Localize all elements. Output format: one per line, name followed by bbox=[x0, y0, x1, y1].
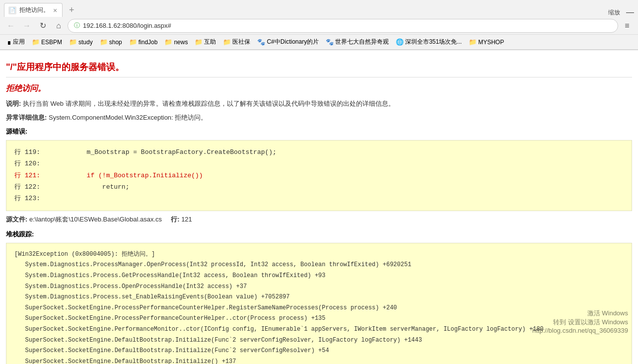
code-line-error: 行 121: if (!m_Bootstrap.Initialize()) bbox=[14, 170, 624, 181]
bookmark-label: findJob bbox=[139, 39, 158, 46]
tab-bar: 📄 拒绝访问。 × + 缩放 — bbox=[0, 0, 638, 17]
new-tab-button[interactable]: + bbox=[65, 3, 78, 17]
stack-line-7: SuperSocket.SocketEngine.ProcessPerforma… bbox=[14, 313, 624, 324]
bookmark-wonder[interactable]: 🐾 世界七大自然异奇观 bbox=[323, 37, 392, 47]
apps-bookmark[interactable]: ∎ 应用 bbox=[4, 37, 28, 47]
bookmark-label: MYSHOP bbox=[478, 39, 504, 46]
stack-trace-section: 堆栈跟踪: [Win32Exception (0x80004005): 拒绝访问… bbox=[6, 230, 632, 364]
stack-line-11: SuperSocket.SocketEngine.DefaultBootstra… bbox=[14, 357, 624, 364]
stack-block: [Win32Exception (0x80004005): 拒绝访问。] Sys… bbox=[6, 243, 632, 364]
folder-icon: 📁 bbox=[69, 38, 77, 46]
tab-favicon: 📄 bbox=[8, 6, 16, 14]
folder-icon: 📁 bbox=[32, 38, 40, 46]
paw-icon: 🐾 bbox=[257, 38, 265, 46]
bookmark-label: 世界七大自然异奇观 bbox=[335, 38, 389, 46]
bookmark-label: news bbox=[174, 39, 188, 46]
bookmark-csharp[interactable]: 🐾 C#中Dictionary的片 bbox=[254, 37, 322, 47]
folder-icon: 📁 bbox=[100, 38, 108, 46]
stack-line-9: SuperSocket.SocketEngine.DefaultBootstra… bbox=[14, 335, 624, 346]
stack-line-10: SuperSocket.SocketEngine.DefaultBootstra… bbox=[14, 346, 624, 357]
forward-button[interactable]: → bbox=[20, 19, 34, 33]
bookmark-esbpm[interactable]: 📁 ESBPM bbox=[29, 37, 65, 47]
code-line-2: 行 120: bbox=[14, 158, 624, 169]
stack-line-5: System.Diagnostics.Process.set_EnableRai… bbox=[14, 292, 624, 303]
paw-icon: 🐾 bbox=[326, 38, 334, 46]
source-file-path: e:\lantop\账套\10\ESWeb.Base\Global.asax.c… bbox=[29, 216, 162, 223]
bookmark-label: 互助 bbox=[204, 38, 216, 46]
source-line-number: 121 bbox=[181, 216, 192, 223]
bookmark-findjob[interactable]: 📁 findJob bbox=[126, 37, 161, 47]
bookmark-label: shop bbox=[109, 39, 122, 46]
source-line-label: 行: bbox=[171, 216, 179, 223]
description-text: 执行当前 Web 请求期间，出现未经处理的异常。请检查堆栈跟踪信息，以了解有关该… bbox=[23, 100, 395, 107]
browser-tab[interactable]: 📄 拒绝访问。 × bbox=[4, 3, 63, 17]
browser-menu-button[interactable]: ≡ bbox=[620, 19, 634, 33]
exception-label: 异常详细信息: bbox=[6, 114, 47, 121]
stack-line-8: SuperSocket.SocketEngine.PerformanceMoni… bbox=[14, 324, 624, 335]
stack-trace-label: 堆栈跟踪: bbox=[6, 230, 632, 239]
address-bar[interactable]: ⓘ 192.168.1.62:8080/login.aspx# bbox=[68, 19, 618, 33]
stack-line-1: [Win32Exception (0x80004005): 拒绝访问。] bbox=[14, 249, 624, 260]
exception-detail: 异常详细信息: System.ComponentModel.Win32Excep… bbox=[6, 113, 632, 122]
bookmark-huzhu[interactable]: 📁 互助 bbox=[192, 37, 219, 47]
bookmark-myshop[interactable]: 📁 MYSHOP bbox=[466, 37, 507, 47]
window-menu-label[interactable]: 缩放 bbox=[608, 8, 620, 17]
bookmark-yishe[interactable]: 📁 医社保 bbox=[220, 37, 253, 47]
page-content: "/"应用程序中的服务器错误。 拒绝访问。 说明: 执行当前 Web 请求期间，… bbox=[0, 50, 638, 364]
tab-close-button[interactable]: × bbox=[53, 7, 57, 14]
stack-line-2: System.Diagnostics.ProcessManager.OpenPr… bbox=[14, 260, 624, 271]
globe-icon: 🌐 bbox=[396, 38, 404, 46]
address-text: 192.168.1.62:8080/login.aspx# bbox=[83, 22, 612, 29]
bookmarks-bar: ∎ 应用 📁 ESBPM 📁 study 📁 shop 📁 findJob 📁 … bbox=[0, 35, 638, 50]
error-section: 拒绝访问。 说明: 执行当前 Web 请求期间，出现未经处理的异常。请检查堆栈跟… bbox=[6, 77, 632, 364]
bookmark-label: 深圳全市351场次免... bbox=[405, 38, 462, 46]
exception-text: System.ComponentModel.Win32Exception: 拒绝… bbox=[49, 114, 207, 121]
tab-title: 拒绝访问。 bbox=[19, 6, 49, 14]
stack-line-3: System.Diagnostics.Process.GetProcessHan… bbox=[14, 271, 624, 282]
stack-line-4: System.Diagnostics.Process.OpenProcessHa… bbox=[14, 282, 624, 292]
folder-icon: 📁 bbox=[195, 38, 203, 46]
code-block: 行 119: m_Bootstrap = BootstrapFactory.Cr… bbox=[6, 140, 632, 211]
address-secure-icon: ⓘ bbox=[74, 21, 80, 30]
error-description: 说明: 执行当前 Web 请求期间，出现未经处理的异常。请检查堆栈跟踪信息，以了… bbox=[6, 99, 632, 109]
code-line-4: 行 122: return; bbox=[14, 181, 624, 193]
bookmark-shop[interactable]: 📁 shop bbox=[97, 37, 125, 47]
home-button[interactable]: ⌂ bbox=[52, 19, 66, 33]
browser-chrome: 📄 拒绝访问。 × + 缩放 — ← → ↻ ⌂ ⓘ 192.168.1.62:… bbox=[0, 0, 638, 50]
source-error-label: 源错误: bbox=[6, 127, 632, 136]
code-line-5: 行 123: bbox=[14, 193, 624, 204]
bookmark-label: 医社保 bbox=[232, 38, 250, 46]
nav-bar: ← → ↻ ⌂ ⓘ 192.168.1.62:8080/login.aspx# … bbox=[0, 17, 638, 35]
apps-grid-icon: ∎ bbox=[7, 38, 11, 46]
bookmark-label: ESBPM bbox=[41, 39, 62, 46]
bookmark-study[interactable]: 📁 study bbox=[66, 37, 96, 47]
source-file-info: 源文件: e:\lantop\账套\10\ESWeb.Base\Global.a… bbox=[6, 215, 632, 224]
bookmark-label: C#中Dictionary的片 bbox=[267, 38, 319, 46]
refresh-button[interactable]: ↻ bbox=[36, 19, 50, 33]
bookmark-news[interactable]: 📁 news bbox=[161, 37, 191, 47]
code-line-1: 行 119: m_Bootstrap = BootstrapFactory.Cr… bbox=[14, 146, 624, 158]
stack-line-6: SuperSocket.SocketEngine.ProcessPerforma… bbox=[14, 303, 624, 314]
bookmark-label: study bbox=[78, 39, 93, 46]
folder-icon: 📁 bbox=[129, 38, 137, 46]
error-subtitle: 拒绝访问。 bbox=[6, 83, 632, 94]
bookmark-shenzhen[interactable]: 🌐 深圳全市351场次免... bbox=[393, 37, 465, 47]
source-file-label: 源文件: bbox=[6, 216, 27, 223]
back-button[interactable]: ← bbox=[4, 19, 18, 33]
folder-icon: 📁 bbox=[469, 38, 477, 46]
main-error-title: "/"应用程序中的服务器错误。 bbox=[6, 55, 632, 77]
description-label: 说明: bbox=[6, 100, 21, 107]
folder-icon: 📁 bbox=[223, 38, 231, 46]
folder-icon: 📁 bbox=[164, 38, 172, 46]
apps-label: 应用 bbox=[13, 38, 25, 46]
window-minimize-button[interactable]: — bbox=[626, 8, 634, 17]
